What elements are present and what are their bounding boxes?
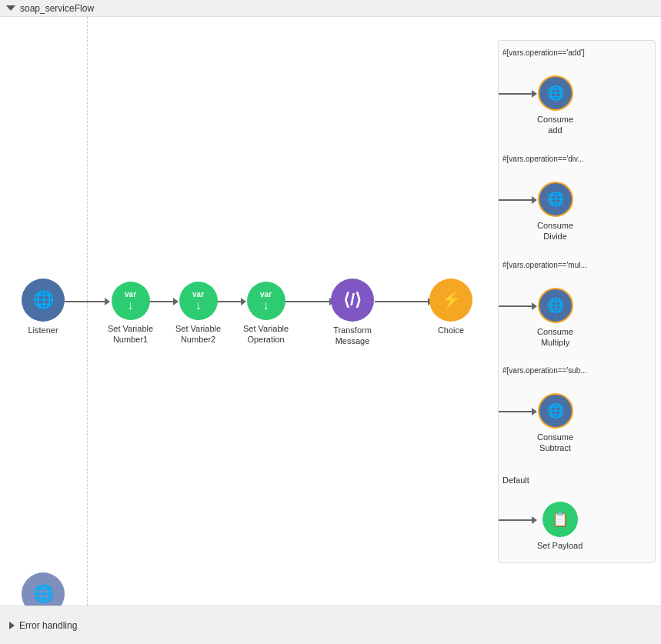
setvar1-circle: var ↓ [112, 282, 150, 320]
globe-icon: 🌐 [33, 290, 54, 310]
error-handling-label: Error handling [19, 620, 77, 631]
var-arrow3: ↓ [263, 299, 269, 312]
setvar2-circle: var ↓ [179, 282, 218, 320]
consume-multiply-label: Consume Multiply [537, 326, 573, 349]
set-payload-circle: 📋 [542, 502, 578, 537]
arrow-to-subtract [499, 411, 532, 412]
error-handling-bar[interactable]: Error handling [0, 606, 661, 644]
condition-multiply-label: #[vars.operation=='mul... [502, 261, 587, 269]
consume-add-circle: 🌐 [538, 75, 573, 111]
arrow-listener-setvar1 [65, 301, 105, 302]
consume-subtract-circle: 🌐 [538, 393, 573, 429]
expand-error-icon [9, 622, 15, 629]
arrow-to-divide [499, 199, 532, 201]
choice-node[interactable]: ⚡ Choice [429, 279, 472, 335]
globe-subtract-icon: 🌐 [547, 402, 564, 419]
payload-icon: 📋 [552, 511, 569, 528]
choice-circle: ⚡ [429, 279, 472, 322]
setvar3-circle: var ↓ [247, 282, 285, 320]
consume-multiply-node[interactable]: 🌐 Consume Multiply [537, 288, 573, 349]
listener-label: Listener [28, 325, 58, 335]
consume-multiply-circle: 🌐 [538, 288, 573, 323]
consume-divide-node[interactable]: 🌐 Consume Divide [537, 182, 573, 242]
setvar1-node[interactable]: var ↓ Set Variable Number1 [108, 282, 153, 345]
setvar2-node[interactable]: var ↓ Set Variable Number2 [175, 282, 221, 345]
arrow-setvar3-transform [282, 301, 330, 302]
setvar2-label: Set Variable Number2 [175, 323, 221, 345]
setvar1-label: Set Variable Number1 [108, 323, 153, 345]
var-arrow2: ↓ [195, 299, 202, 312]
setvar3-node[interactable]: var ↓ Set Variable Operation [243, 282, 289, 345]
condition-add-label: #[vars.operation=='add'] [502, 48, 585, 57]
bottom-globe-icon: 🌐 [33, 584, 54, 604]
choice-icon: ⚡ [441, 290, 462, 310]
consume-add-node[interactable]: 🌐 Consume add [537, 75, 573, 136]
arrow-to-setpayload [499, 519, 532, 521]
arrow-transform-choice [375, 301, 429, 302]
transform-node[interactable]: ⟨/⟩ Transform Message [331, 279, 374, 347]
arrow-to-multiply [499, 305, 532, 307]
consume-subtract-label: Consume Subtract [537, 432, 573, 454]
condition-subtract-label: #[vars.operation=='sub... [502, 366, 587, 375]
var-label3: var [260, 290, 272, 299]
consume-divide-label: Consume Divide [537, 220, 573, 242]
var-label2: var [192, 290, 204, 299]
choice-container: #[vars.operation=='add'] 🌐 Consume add #… [498, 40, 656, 563]
flow-area: 🌐 Listener var ↓ Set Variable Number1 va… [0, 17, 661, 606]
globe-add-icon: 🌐 [547, 85, 564, 102]
default-label: Default [502, 475, 529, 485]
condition-divide-label: #[vars.operation=='div... [502, 155, 584, 163]
var-label1: var [125, 290, 136, 299]
listener-node[interactable]: 🌐 Listener [22, 279, 65, 335]
globe-divide-icon: 🌐 [547, 191, 564, 208]
var-arrow1: ↓ [128, 299, 134, 312]
collapse-icon [6, 5, 15, 11]
flow-title: soap_serviceFlow [20, 3, 94, 14]
consume-divide-circle: 🌐 [538, 182, 573, 217]
canvas: soap_serviceFlow 🌐 Listener var ↓ [0, 0, 661, 644]
top-bar: soap_serviceFlow [0, 0, 661, 17]
setvar3-label: Set Variable Operation [243, 323, 289, 345]
choice-label: Choice [438, 325, 464, 335]
consume-subtract-node[interactable]: 🌐 Consume Subtract [537, 393, 573, 454]
set-payload-node[interactable]: 📋 Set Payload [537, 502, 583, 551]
transform-circle: ⟨/⟩ [331, 279, 374, 322]
listener-circle: 🌐 [22, 279, 65, 322]
set-payload-label: Set Payload [537, 540, 583, 551]
arrow-to-add [499, 93, 532, 95]
transform-label: Transform Message [333, 325, 372, 347]
globe-multiply-icon: 🌐 [547, 297, 564, 314]
consume-add-label: Consume add [537, 114, 573, 136]
transform-icon: ⟨/⟩ [343, 290, 362, 310]
